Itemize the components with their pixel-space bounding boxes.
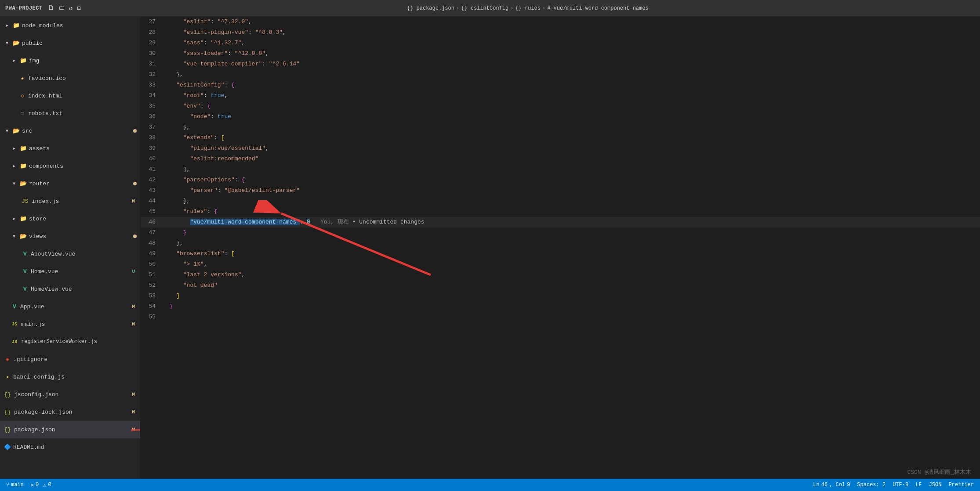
error-count[interactable]: ✕ 0 ⚠ 0 [31, 482, 51, 488]
line-number: 52 [141, 280, 163, 291]
modified-badge [133, 235, 137, 238]
sidebar-label: store [29, 216, 46, 222]
sidebar-item-jsconfig[interactable]: {} jsconfig.json M [0, 386, 140, 403]
sidebar-item-views[interactable]: ▼ 📂 views [0, 227, 140, 245]
git-branch[interactable]: ⑂ main [6, 482, 24, 488]
sidebar-item-favicon[interactable]: ★ favicon.ico [0, 69, 140, 87]
line-code[interactable]: "sass-loader": "^12.0.0", [163, 48, 980, 59]
chevron-down-icon: ▼ [11, 181, 18, 186]
prettier[interactable]: Prettier [948, 482, 974, 488]
refresh-icon[interactable]: ↺ [69, 4, 73, 12]
language[interactable]: JSON [929, 482, 942, 488]
encoding[interactable]: UTF-8 [893, 482, 908, 488]
folder-icon: 📁 [12, 22, 20, 29]
line-code[interactable]: "sass": "^1.32.7", [163, 38, 980, 48]
sidebar-item-assets[interactable]: ▶ 📁 assets [0, 140, 140, 157]
line-code[interactable]: "last 2 versions", [163, 270, 980, 280]
eol[interactable]: LF [915, 482, 922, 488]
code-line-47: 47 } [141, 227, 980, 238]
sidebar-item-store[interactable]: ▶ 📁 store [0, 210, 140, 227]
line-code[interactable]: "parserOptions": { [163, 175, 980, 185]
new-file-icon[interactable]: 🗋 [48, 4, 54, 12]
title-bar-icons: 🗋 🗀 ↺ ⊟ [48, 4, 81, 12]
line-code[interactable] [163, 312, 980, 322]
sidebar-item-homevue[interactable]: V Home.vue U [0, 263, 140, 280]
sidebar-item-readme[interactable]: 🔷 README.md [0, 438, 140, 456]
line-code[interactable]: "env": { [163, 101, 980, 112]
sidebar-item-components[interactable]: ▶ 📁 components [0, 157, 140, 175]
error-icon: ✕ [31, 482, 34, 488]
line-code[interactable]: ] [163, 291, 980, 301]
line-number: 31 [141, 59, 163, 69]
sidebar-item-img[interactable]: ▶ 📁 img [0, 52, 140, 69]
breadcrumb-eslintconfig[interactable]: {} eslintConfig [461, 5, 508, 11]
line-code[interactable]: "extends": [ [163, 133, 980, 143]
spaces[interactable]: Spaces: 2 [857, 482, 886, 488]
sidebar-item-aboutview[interactable]: V AboutView.vue [0, 245, 140, 263]
sidebar-item-index-html[interactable]: ◇ index.html [0, 87, 140, 105]
col-value: 9 [847, 482, 850, 488]
line-number: 45 [141, 206, 163, 217]
sidebar-item-robots[interactable]: ≡ robots.txt [0, 105, 140, 122]
line-code[interactable]: "rules": { [163, 206, 980, 217]
line-number: 44 [141, 196, 163, 206]
ln-label: Ln [813, 482, 819, 488]
breadcrumb-rule-name[interactable]: # vue/multi-word-component-names [547, 5, 648, 11]
sidebar-item-package-lock[interactable]: {} package-lock.json M [0, 403, 140, 421]
code-line-55: 55 [141, 312, 980, 322]
sidebar-item-node-modules[interactable]: ▶ 📁 node_modules [0, 17, 140, 34]
line-code[interactable]: }, [163, 122, 980, 133]
sidebar-item-src[interactable]: ▼ 📂 src [0, 122, 140, 140]
line-code[interactable]: "eslintConfig": { [163, 80, 980, 90]
sidebar-item-router-index[interactable]: JS index.js M [0, 192, 140, 210]
line-code[interactable]: "vue/multi-word-component-names": 0 You,… [163, 217, 980, 227]
breadcrumb-rules[interactable]: {} rules [515, 5, 541, 11]
code-content[interactable]: 27 "eslint": "^7.32.0",28 "eslint-plugin… [141, 17, 980, 479]
sidebar-item-babel[interactable]: ✦ babel.config.js [0, 368, 140, 386]
line-code[interactable]: } [163, 227, 980, 238]
line-code[interactable]: "eslint": "^7.32.0", [163, 17, 980, 27]
line-code[interactable]: ], [163, 164, 980, 175]
sidebar-item-public[interactable]: ▼ 📂 public [0, 34, 140, 52]
line-code[interactable]: }, [163, 69, 980, 80]
modified-indicator: M [130, 409, 137, 415]
code-line-53: 53 ] [141, 291, 980, 301]
line-code[interactable]: "eslint:recommended" [163, 154, 980, 164]
sidebar-item-mainjs[interactable]: JS main.js M [0, 315, 140, 333]
line-code[interactable]: "eslint-plugin-vue": "^8.0.3", [163, 27, 980, 38]
breadcrumb-package[interactable]: {} package.json [407, 5, 454, 11]
code-line-32: 32 }, [141, 69, 980, 80]
folder-icon: 📁 [19, 57, 27, 65]
modified-indicator: M [130, 198, 137, 204]
code-line-38: 38 "extends": [ [141, 133, 980, 143]
sidebar-item-appvue[interactable]: V App.vue M [0, 298, 140, 315]
sidebar-item-package-json[interactable]: {} package.json M [0, 421, 140, 438]
line-code[interactable]: "vue-template-compiler": "^2.6.14" [163, 59, 980, 69]
sidebar-label: src [22, 128, 32, 134]
sidebar-label: img [29, 58, 39, 64]
line-code[interactable]: "not dead" [163, 280, 980, 291]
folder-icon: 📁 [19, 215, 27, 223]
line-code[interactable]: }, [163, 196, 980, 206]
sidebar-item-gitignore[interactable]: ◈ .gitignore [0, 350, 140, 368]
line-code[interactable]: "> 1%", [163, 259, 980, 270]
line-code[interactable]: "node": true [163, 112, 980, 122]
line-number: 35 [141, 101, 163, 112]
line-code[interactable]: "root": true, [163, 90, 980, 101]
sidebar-label: node_modules [22, 22, 63, 29]
sidebar-item-router[interactable]: ▼ 📂 router [0, 175, 140, 192]
code-table: 27 "eslint": "^7.32.0",28 "eslint-plugin… [141, 17, 980, 322]
sidebar-item-register-sw[interactable]: JS registerServiceWorker.js [0, 333, 140, 350]
line-code[interactable]: "browserslist": [ [163, 249, 980, 259]
new-folder-icon[interactable]: 🗀 [58, 4, 65, 12]
collapse-icon[interactable]: ⊟ [77, 4, 80, 12]
line-code[interactable]: } [163, 301, 980, 312]
line-code[interactable]: "plugin:vue/essential", [163, 143, 980, 154]
chevron-right-icon: ▶ [11, 216, 18, 221]
warning-icon: ⚠ [43, 482, 46, 488]
line-code[interactable]: }, [163, 238, 980, 249]
sidebar-label: views [29, 233, 46, 240]
sidebar-item-homeview[interactable]: V HomeView.vue [0, 280, 140, 298]
line-code[interactable]: "parser": "@babel/eslint-parser" [163, 185, 980, 196]
folder-open-icon: 📂 [12, 127, 20, 135]
